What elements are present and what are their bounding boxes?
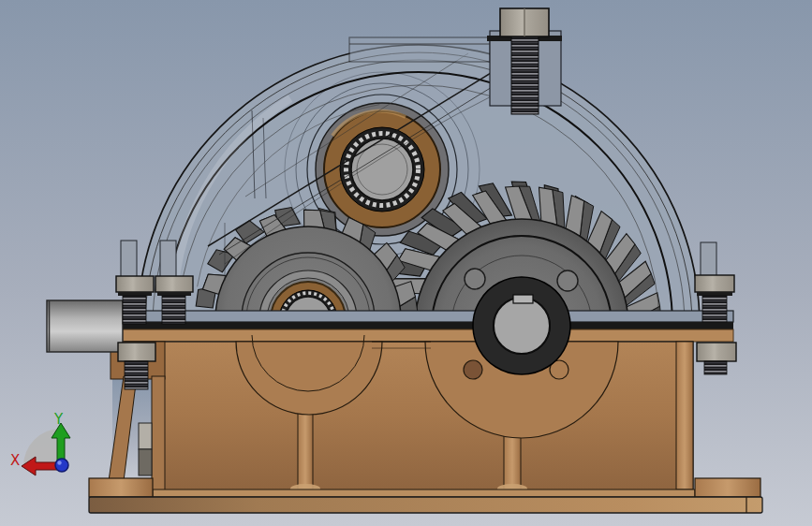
x-axis-label: X <box>10 452 20 469</box>
housing-flange[interactable] <box>108 311 733 342</box>
cad-viewport[interactable]: X Y <box>0 0 812 526</box>
protruding-shaft[interactable] <box>47 300 123 352</box>
threaded-stud <box>511 28 539 114</box>
foot-ledge-left <box>89 478 153 497</box>
top-cover-plate[interactable] <box>349 37 490 62</box>
keyway <box>513 295 533 303</box>
housing-base[interactable] <box>89 335 762 513</box>
output-shaft-bore[interactable] <box>473 277 570 374</box>
z-ball-highlight <box>57 460 61 464</box>
base-plate <box>89 497 762 513</box>
y-axis-label: Y <box>53 411 64 428</box>
foot-ledge-right <box>695 478 760 497</box>
z-axis-ball[interactable] <box>55 459 68 472</box>
